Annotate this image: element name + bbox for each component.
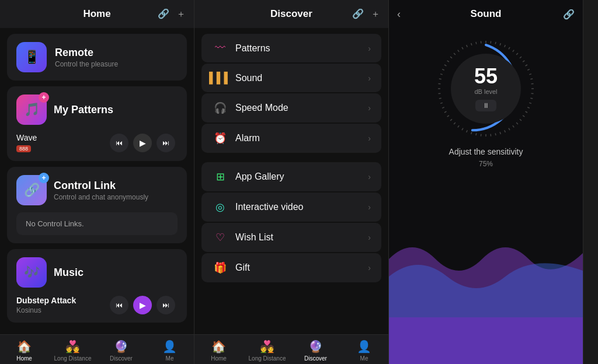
group-separator	[194, 155, 388, 161]
add-icon[interactable]: ＋	[176, 8, 186, 20]
menu-gift[interactable]: 🎁 Gift ›	[201, 253, 381, 282]
sound-menu-label: Sound	[235, 73, 368, 83]
music-controls: Dubstep Attack Kosinus ⏮ ▶ ⏭	[16, 296, 178, 314]
discover-add-icon[interactable]: ＋	[371, 8, 380, 20]
svg-line-55	[462, 47, 463, 49]
svg-line-2	[495, 42, 496, 44]
back-btn[interactable]: ‹	[397, 8, 401, 20]
music-name: Music	[54, 267, 84, 279]
svg-line-26	[505, 130, 506, 132]
pause-btn[interactable]: ⏸	[475, 100, 496, 111]
wave-name: Wave	[16, 133, 107, 142]
sound-header-icons: 🔗	[563, 9, 575, 20]
me-nav-icon: 👤	[162, 340, 177, 354]
sound-title: Sound	[471, 8, 502, 20]
nav-home[interactable]: 🏠 Home	[0, 340, 48, 362]
sound-content: (() => { const svg = document.currentScr…	[389, 28, 583, 364]
patterns-icon: 🎵 +	[16, 94, 47, 125]
speed-chevron: ›	[368, 103, 371, 113]
svg-line-22	[520, 119, 521, 121]
svg-rect-60	[389, 317, 583, 364]
interactive-video-menu-icon: ◎	[212, 201, 228, 214]
svg-line-18	[529, 103, 531, 103]
sound-header: ‹ Sound 🔗	[389, 0, 583, 28]
svg-line-23	[516, 123, 518, 124]
prev-btn[interactable]: ⏮	[110, 134, 128, 152]
sound-panel: ‹ Sound 🔗 (() => { const svg = document.…	[389, 0, 583, 364]
menu-sound[interactable]: ▌▌▌ Sound ›	[201, 64, 381, 92]
menu-app-gallery[interactable]: ⊞ App Gallery ›	[201, 162, 381, 191]
svg-line-38	[450, 119, 452, 121]
next-btn[interactable]: ⏭	[157, 134, 175, 152]
home-nav-icon: 🏠	[17, 340, 32, 354]
control-add-btn[interactable]: +	[39, 173, 49, 183]
discover-group-1: 〰 Patterns › ▌▌▌ Sound › 🎧 Speed Mode › …	[194, 34, 388, 153]
sensitivity-pct: 75%	[449, 160, 523, 168]
svg-line-51	[447, 61, 449, 62]
long-distance-nav-icon: 💑	[65, 340, 80, 354]
patterns-menu-icon: 〰	[212, 42, 228, 54]
svg-line-47	[439, 79, 441, 79]
discover-content: 〰 Patterns › ▌▌▌ Sound › 🎧 Speed Mode › …	[194, 28, 388, 334]
svg-line-52	[450, 57, 452, 58]
discover-nav-icon: 🔮	[114, 340, 128, 354]
home-bottom-nav: 🏠 Home 💑 Long Distance 🔮 Discover 👤 Me	[0, 334, 194, 364]
svg-line-34	[467, 130, 468, 132]
control-icon: 🔗 +	[16, 175, 47, 205]
discover-title: Discover	[270, 8, 312, 20]
nav-long-distance[interactable]: 💑 Long Distance	[48, 340, 97, 362]
discover-group-2: ⊞ App Gallery › ◎ Interactive video › ♡ …	[194, 162, 388, 282]
music-card: 🎶 Music Dubstep Attack Kosinus ⏮ ▶ ⏭	[7, 249, 187, 323]
wish-list-menu-icon: ♡	[212, 231, 228, 244]
control-link-subtitle: Control and chat anonymously	[54, 193, 148, 201]
link-icon[interactable]: 🔗	[158, 8, 169, 20]
long-distance-nav-label: Long Distance	[54, 355, 92, 362]
discover-long-label: Long Distance	[249, 355, 286, 362]
gift-menu-icon: 🎁	[212, 261, 228, 274]
discover-panel: Discover 🔗 ＋ 〰 Patterns › ▌▌▌ Sound › 🎧 …	[194, 0, 389, 364]
music-next-btn[interactable]: ⏭	[157, 296, 175, 314]
discover-bottom-nav: 🏠 Home 💑 Long Distance 🔮 Discover 👤 Me	[194, 334, 388, 364]
svg-line-4	[505, 45, 506, 47]
svg-line-43	[439, 98, 441, 99]
me-nav-label: Me	[166, 355, 174, 362]
patterns-name: My Patterns	[54, 104, 113, 116]
discover-header: Discover 🔗 ＋	[194, 0, 388, 28]
svg-line-6	[513, 50, 514, 52]
wave-info: Wave 888	[16, 133, 107, 153]
wish-list-chevron: ›	[368, 233, 371, 242]
menu-patterns[interactable]: 〰 Patterns ›	[201, 34, 381, 62]
discover-nav-long-distance[interactable]: 💑 Long Distance	[243, 340, 291, 362]
svg-line-35	[462, 128, 463, 130]
discover-link-icon[interactable]: 🔗	[352, 8, 364, 20]
svg-line-11	[527, 69, 530, 71]
menu-interactive-video[interactable]: ◎ Interactive video ›	[201, 192, 381, 222]
discover-nav-home[interactable]: 🏠 Home	[194, 340, 243, 362]
nav-me[interactable]: 👤 Me	[145, 340, 194, 362]
svg-line-8	[520, 57, 521, 58]
svg-line-28	[495, 133, 496, 135]
svg-line-24	[513, 125, 514, 127]
remote-card[interactable]: 📱 Remote Control the pleasure	[7, 34, 187, 80]
home-content: 📱 Remote Control the pleasure 🎵 + My Pat…	[0, 28, 194, 334]
menu-wish-list[interactable]: ♡ Wish List ›	[201, 223, 381, 252]
svg-line-3	[500, 43, 500, 46]
play-btn[interactable]: ▶	[133, 134, 152, 152]
wave-badge: 888	[16, 145, 31, 152]
svg-line-13	[530, 79, 533, 79]
patterns-add-btn[interactable]: +	[39, 92, 49, 103]
nav-discover[interactable]: 🔮 Discover	[97, 340, 145, 362]
svg-line-39	[447, 116, 449, 117]
discover-nav-discover[interactable]: 🔮 Discover	[291, 340, 340, 362]
svg-line-41	[442, 107, 444, 108]
svg-line-20	[526, 111, 527, 113]
menu-alarm[interactable]: ⏰ Alarm ›	[201, 124, 381, 153]
menu-speed-mode[interactable]: 🎧 Speed Mode ›	[201, 93, 381, 123]
remote-icon: 📱	[16, 42, 47, 72]
music-play-btn[interactable]: ▶	[133, 296, 152, 314]
discover-nav-me[interactable]: 👤 Me	[340, 340, 388, 362]
music-prev-btn[interactable]: ⏮	[110, 296, 128, 314]
discover-home-label: Home	[211, 355, 227, 362]
sound-link-icon[interactable]: 🔗	[563, 9, 575, 20]
svg-line-50	[444, 65, 446, 66]
